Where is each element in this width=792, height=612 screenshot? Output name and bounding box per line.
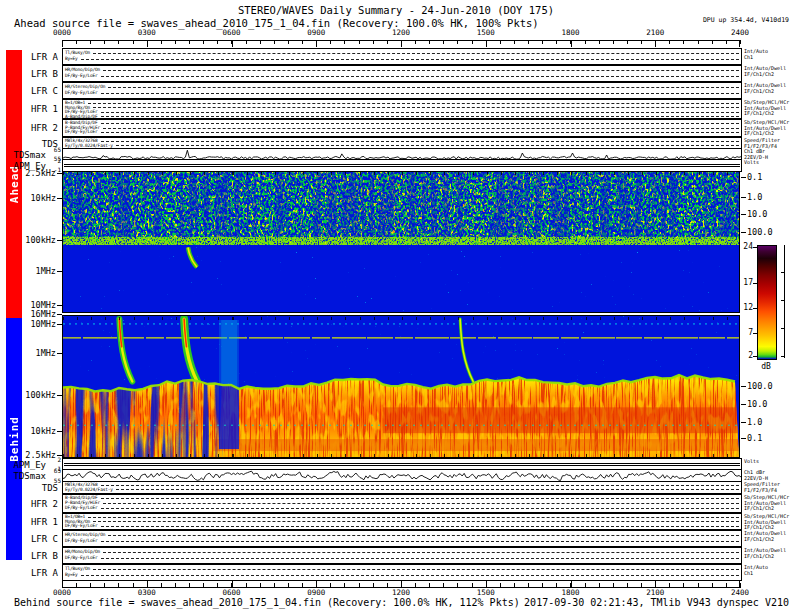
behind-panel-hfr-1: HFR 1Sb/Step/HCl/HCrInt/Auto/DwellIF/Ch1… (62, 513, 742, 530)
colorbar-tick (753, 333, 757, 334)
colorbar-tick-label: 12 (735, 304, 753, 312)
apm-ey-trace (64, 164, 740, 165)
status-row-label: Tl/Busy/On (65, 51, 90, 56)
freq-tick-label-left: 1MHz (0, 267, 56, 276)
dpu-status: DPU up 354.4d, V410d19 (703, 16, 789, 24)
generation-timestamp: 2017-09-30 02:21:43, TMlib V943 dynspec … (524, 597, 789, 608)
behind-panel-hfr-2: HFR 2Sb/Step/HCl/HCrInt/Auto/DwellIF/Ch1… (62, 494, 742, 513)
status-row: DF/By-Ey/LoEr (65, 539, 739, 544)
time-label: 2100 (646, 28, 664, 37)
panel-mode-label: Ch1 dBr22EV/D-H (744, 470, 768, 481)
time-label: 0900 (307, 588, 325, 597)
colorbar-tick (753, 308, 757, 309)
status-row-trace (101, 93, 739, 94)
status-row-trace (93, 53, 739, 54)
status-row-label: By=Ey (65, 57, 78, 62)
freq-tick-label-right: 100.0 (747, 228, 773, 237)
status-row-trace (101, 558, 739, 559)
status-row-trace (103, 503, 739, 504)
status-row: B-Band/Dip/DF (65, 496, 739, 501)
status-row: HR/Stereo/Dip/On (65, 85, 739, 90)
freq-tick-label-right: 0.1 (747, 434, 762, 443)
time-axis-top-labels: 000003000600090012001500180021002400 (62, 28, 740, 38)
status-row-trace (108, 535, 739, 536)
freq-tick-label-right: 0.1 (747, 173, 762, 182)
panel-ytick-top: 2 (57, 158, 61, 164)
freq-tick-label-left: 100kHz (0, 236, 56, 245)
panel-label: LFR A (31, 568, 58, 578)
status-row-label: HR/Stereo/Dip/On (65, 533, 105, 538)
freq-tick-left (57, 395, 62, 396)
colorbar-tick (753, 247, 757, 248)
colorbar-tick (753, 283, 757, 284)
axis-major-tick (655, 41, 656, 47)
time-label: 1800 (561, 588, 579, 597)
colorbar-bracket (781, 245, 785, 358)
status-row-label: HR/Mono/Dip/On (65, 68, 100, 73)
status-rows: B-Band/Dip/DFP-Band/Ey/HiErDF/By-Ey/LoEr (65, 496, 739, 511)
status-rows: HR/Mono/Dip/OnDF/By-Ey/LoEr (65, 549, 739, 562)
status-row: DF/By-Ey/LoEr (65, 556, 739, 561)
time-label: 0000 (53, 28, 71, 37)
axis-major-tick (739, 41, 740, 47)
status-row-trace (116, 489, 739, 490)
status-row: By=Ey (65, 573, 739, 578)
freq-tick-label-left: 10kHz (0, 427, 56, 436)
spectrogram-minor-ticks (63, 454, 739, 457)
status-row-label: DF/By-Ey/LoEr (65, 556, 98, 561)
status-row-trace (101, 123, 739, 124)
panel-mode-label: Sb/Step/HCl/HCrInt/Auto/DwellIF/Ch1/Ch2 (744, 514, 789, 531)
colorbar-db-label: dB (755, 362, 777, 371)
spectrogram-minor-ticks (63, 172, 739, 175)
axis-major-tick (316, 580, 317, 587)
freq-tick-left (57, 324, 62, 325)
freq-tick-label-left: 100kHz (0, 391, 56, 400)
panel-mode-label: Volts (744, 459, 759, 465)
behind-spectrogram (62, 315, 740, 458)
apm-ey-trace (64, 465, 740, 466)
freq-tick-left (57, 240, 62, 241)
ahead-panel-lfr-b: LFR BInt/Auto/DwellIF/Ch1/Ch2HR/Mono/Dip… (62, 65, 742, 82)
panel-label: TDS (42, 483, 58, 493)
panel-label: APM_Ey (13, 460, 46, 470)
status-row: By=Ey (65, 57, 739, 62)
behind-panel-tds: TDSSpeed/FilterF1/F2/F3/F4MBlk/4x/32768E… (62, 481, 742, 494)
time-label: 2100 (646, 588, 664, 597)
panel-mode-label: Int/AutoCh1 (744, 49, 768, 60)
status-row: DF/By-Ey/LoEr (65, 91, 739, 96)
freq-tick-right (741, 232, 746, 233)
status-rows: Tl/Busy/OnBy=Ey (65, 50, 739, 63)
panel-ytick-top: 65 (54, 468, 61, 474)
panel-label: LFR C (31, 86, 58, 96)
status-row-label: HR/Mono/Dip/On (65, 550, 100, 555)
panel-mode-label: Int/Auto/DwellIF/Ch1/Ch2 (744, 548, 786, 559)
status-row-trace (101, 485, 739, 486)
stereo-waves-daily-summary-plot: STEREO/WAVES Daily Summary - 24-Jun-2010… (0, 0, 792, 612)
status-row-trace (101, 526, 739, 527)
colorbar-tick-label: 2 (735, 352, 753, 360)
time-label: 1800 (561, 28, 579, 37)
status-row: HR/Stereo/Dip/On (65, 533, 739, 538)
time-label: 1500 (477, 588, 495, 597)
axis-major-tick (62, 580, 63, 587)
freq-tick-left (57, 431, 62, 432)
status-row-trace (81, 575, 739, 576)
axis-major-tick (571, 580, 572, 587)
panel-ytick-top: 2 (57, 457, 61, 463)
status-row-label: DF/By-Ey/LoEr (65, 91, 98, 96)
status-row-label: Ey/Ty/0.0224/Fast-y (65, 488, 113, 493)
panel-ytick-top: 65 (54, 147, 61, 153)
status-row: Ey/Ty/0.0224/Fast-y (65, 488, 739, 493)
status-row-trace (103, 70, 739, 71)
freq-tick-right (741, 422, 746, 423)
status-row: DF/By-Ey/LoEr (65, 130, 739, 135)
status-rows: HR/Stereo/Dip/OnDF/By-Ey/LoEr (65, 84, 739, 97)
panel-mode-label: Int/Auto/DwellIF/Ch1/Ch2 (744, 83, 786, 94)
status-row: Tl/Busy/On (65, 51, 739, 56)
status-row-trace (101, 132, 739, 133)
status-row-label: Tl/Busy/On (65, 567, 90, 572)
time-label: 1200 (392, 28, 410, 37)
time-axis-top (62, 40, 741, 48)
status-rows: B=1/OB=1Mono/Bx/OnDF/By-Ey/LoErA-Band/Di… (65, 101, 739, 117)
status-row-label: DF/By-Ey/LoEr (65, 539, 98, 544)
